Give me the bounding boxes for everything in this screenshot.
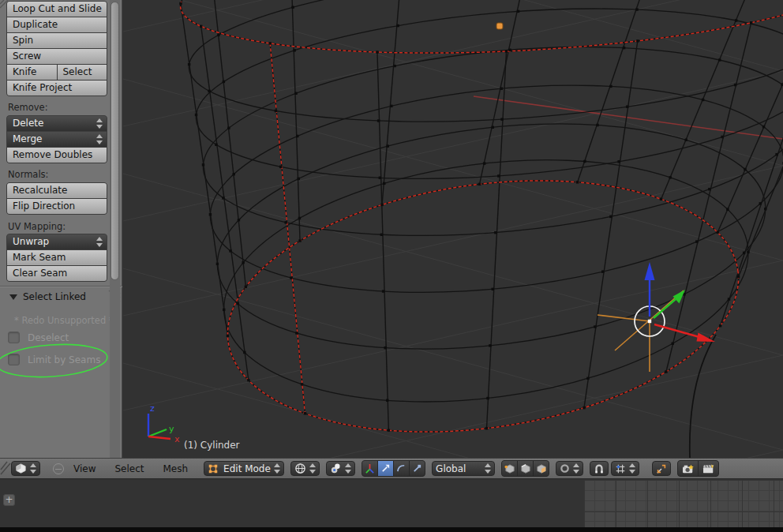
limit-by-seams-checkbox[interactable]	[8, 354, 20, 365]
editor-type-button[interactable]	[11, 461, 40, 476]
mode-dropdown-label: Edit Mode	[223, 463, 271, 474]
duplicate-button[interactable]: Duplicate	[7, 17, 107, 32]
deselect-label: Deselect	[28, 332, 69, 343]
normals-section-label: Normals:	[8, 169, 48, 180]
remove-doubles-button[interactable]: Remove Doubles	[7, 148, 107, 163]
viewport-axis-gizmo: z y x	[148, 403, 180, 444]
mesh-tools-group: Loop Cut and Slide Duplicate Spin Screw …	[6, 1, 107, 96]
deselect-checkbox[interactable]	[8, 332, 20, 343]
merge-menu[interactable]: Merge	[7, 132, 107, 147]
proportional-edit-dropdown[interactable]	[556, 461, 583, 476]
scale-arrow-icon	[412, 463, 422, 474]
menu-select[interactable]: Select	[105, 463, 153, 474]
blender-window: Loop Cut and Slide Duplicate Spin Screw …	[0, 0, 783, 532]
deselect-checkbox-row[interactable]: Deselect	[8, 332, 69, 343]
face-select-button[interactable]	[534, 461, 549, 476]
3d-view-editor-icon	[15, 463, 27, 474]
tool-shelf: Loop Cut and Slide Duplicate Spin Screw …	[0, 0, 122, 458]
uv-group: Unwrap Mark Seam Clear Seam	[6, 234, 107, 282]
redo-unsupported-notice: * Redo Unsupported *	[14, 315, 114, 326]
unwrap-menu[interactable]: Unwrap	[7, 234, 107, 249]
cylinder-wireframe[interactable]	[178, 0, 783, 458]
transform-orientation-dropdown[interactable]: Global	[432, 461, 495, 476]
stepper-icon	[573, 463, 579, 474]
rotate-manipulator-button[interactable]	[394, 461, 409, 476]
stepper-icon	[96, 134, 103, 144]
delete-menu[interactable]: Delete	[7, 116, 107, 131]
menu-mesh[interactable]: Mesh	[154, 463, 198, 474]
bottom-editor-area[interactable]: +	[0, 480, 783, 527]
pivot-point-icon	[330, 463, 342, 474]
knife-select-button[interactable]: Select	[58, 65, 107, 80]
viewport-header: View Select Mesh Edit Mode	[0, 458, 783, 479]
opengl-render-group	[677, 460, 719, 477]
stepper-icon	[309, 463, 316, 474]
recalculate-button[interactable]: Recalculate	[7, 183, 107, 198]
flip-direction-button[interactable]: Flip Direction	[7, 199, 107, 214]
snap-toggle-button[interactable]	[590, 461, 609, 476]
stepper-icon	[345, 463, 351, 474]
edit-mode-icon	[208, 463, 219, 474]
vertex-select-button[interactable]	[502, 461, 517, 476]
translate-manipulator-button[interactable]	[378, 461, 393, 476]
clear-seam-button[interactable]: Clear Seam	[7, 266, 107, 281]
bottom-editor-grid	[584, 480, 783, 527]
stepper-icon	[274, 463, 280, 474]
face-select-icon	[536, 463, 547, 474]
snap-target-button[interactable]	[652, 461, 671, 476]
translate-arrow-icon	[380, 463, 391, 474]
axis-z-label: z	[150, 403, 155, 414]
select-mode-group	[501, 460, 549, 477]
3d-viewport[interactable]: z y x (1) Cylinder	[123, 0, 783, 458]
collapse-menus-icon[interactable]	[53, 463, 64, 474]
rotate-arc-icon	[396, 463, 406, 474]
screw-button[interactable]: Screw	[7, 49, 107, 64]
magnet-icon	[594, 463, 605, 474]
manipulator-axes-button[interactable]	[362, 461, 377, 476]
viewport-shading-dropdown[interactable]	[290, 461, 320, 476]
shading-sphere-icon	[294, 463, 306, 474]
knife-project-button[interactable]: Knife Project	[7, 81, 107, 96]
panel-separator	[0, 286, 122, 287]
spin-button[interactable]: Spin	[7, 33, 107, 48]
expand-panel-button[interactable]: +	[3, 494, 15, 506]
active-object-label: (1) Cylinder	[184, 440, 240, 451]
stepper-icon	[30, 463, 36, 474]
remove-group: Delete Merge Remove Doubles	[6, 115, 107, 163]
opengl-render-anim-button[interactable]	[699, 461, 718, 476]
limit-by-seams-label: Limit by Seams	[28, 354, 100, 365]
camera-icon	[682, 463, 695, 474]
collapse-arrow-icon	[9, 294, 17, 300]
orientation-label: Global	[436, 463, 466, 474]
opengl-render-image-button[interactable]	[678, 461, 698, 476]
normals-group: Recalculate Flip Direction	[6, 182, 107, 215]
pivot-point-dropdown[interactable]	[326, 461, 355, 476]
toolshelf-scrollbar-thumb[interactable]	[111, 2, 119, 280]
mode-dropdown[interactable]: Edit Mode	[204, 461, 284, 476]
axis-y-label: y	[169, 424, 174, 434]
header-corner-widget-icon[interactable]	[0, 459, 11, 479]
3d-manipulator[interactable]	[598, 262, 715, 372]
mark-seam-button[interactable]: Mark Seam	[7, 250, 107, 265]
stepper-icon	[96, 237, 103, 247]
manipulator-buttons-group	[362, 460, 425, 477]
axes-tripod-icon	[365, 463, 375, 474]
menu-view[interactable]: View	[64, 463, 105, 474]
proportional-edit-icon	[560, 463, 570, 474]
stepper-icon	[485, 463, 491, 474]
viewport-canvas[interactable]: z y x (1) Cylinder	[123, 0, 783, 458]
edge-select-button[interactable]	[518, 461, 533, 476]
snap-element-dropdown[interactable]	[611, 461, 639, 476]
clapperboard-icon	[702, 463, 715, 474]
uv-mapping-section-label: UV Mapping:	[8, 221, 66, 232]
knife-button[interactable]: Knife	[7, 65, 57, 80]
stepper-icon	[629, 463, 635, 474]
stepper-icon	[96, 118, 103, 129]
vertex-select-icon	[504, 463, 515, 474]
loop-cut-button[interactable]: Loop Cut and Slide	[7, 2, 107, 17]
select-linked-panel-header[interactable]: Select Linked	[9, 291, 86, 302]
remove-section-label: Remove:	[8, 102, 48, 113]
limit-by-seams-checkbox-row[interactable]: Limit by Seams	[8, 354, 100, 365]
snap-increment-icon	[615, 463, 626, 474]
scale-manipulator-button[interactable]	[410, 461, 425, 476]
